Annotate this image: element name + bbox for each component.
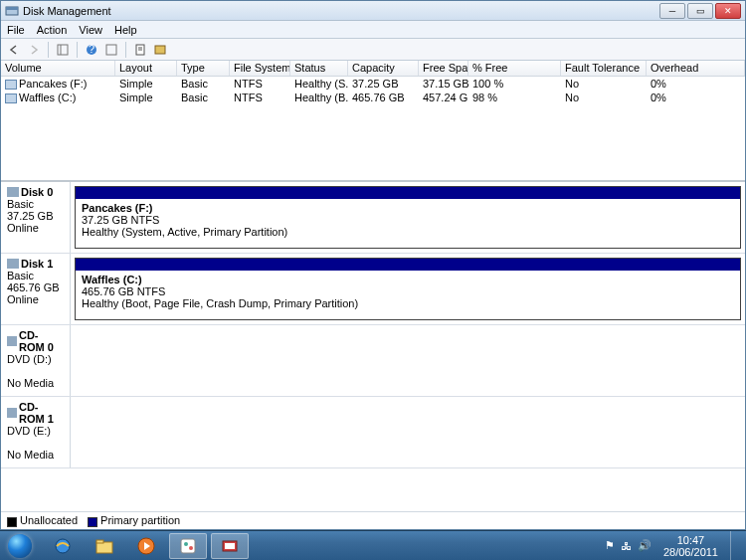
tray-flag-icon[interactable]: ⚑ <box>605 539 615 552</box>
swatch-primary <box>88 517 97 527</box>
volume-name: Waffles (C:) <box>19 92 76 103</box>
volume-list: Volume Layout Type File System Status Ca… <box>1 61 745 182</box>
taskbar-wmp[interactable] <box>127 533 165 559</box>
menu-help[interactable]: Help <box>114 24 137 36</box>
partition-stripe <box>76 259 740 271</box>
volume-row[interactable]: Waffles (C:) Simple Basic NTFS Healthy (… <box>1 91 745 104</box>
toolbar: ? <box>1 39 745 61</box>
system-tray: ⚑ 🖧 🔊 10:47 28/06/2011 <box>599 531 746 561</box>
col-status[interactable]: Status <box>290 61 348 76</box>
optical-icon <box>7 408 17 418</box>
partition-body: Waffles (C:) 465.76 GB NTFS Healthy (Boo… <box>76 271 740 319</box>
disk-row-cdrom0[interactable]: CD-ROM 0 DVD (D:) No Media <box>1 325 745 397</box>
taskbar-paint[interactable] <box>169 533 207 559</box>
partition-area: Pancakes (F:) 37.25 GB NTFS Healthy (Sys… <box>71 182 745 253</box>
legend: Unallocated Primary partition <box>1 511 745 529</box>
taskbar-diskmgmt[interactable] <box>211 533 249 559</box>
settings-button[interactable] <box>151 41 169 59</box>
no-media-area <box>71 325 745 396</box>
partition-name: Pancakes (F:) <box>82 202 734 214</box>
separator <box>48 42 49 58</box>
col-filesystem[interactable]: File System <box>230 61 290 76</box>
taskbar-explorer[interactable] <box>86 533 123 559</box>
menu-action[interactable]: Action <box>37 24 68 36</box>
disk-icon <box>7 187 19 197</box>
partition-health: Healthy (System, Active, Primary Partiti… <box>82 226 734 238</box>
partition-health: Healthy (Boot, Page File, Crash Dump, Pr… <box>82 297 734 309</box>
svg-rect-16 <box>181 539 195 553</box>
volume-row[interactable]: Pancakes (F:) Simple Basic NTFS Healthy … <box>1 77 745 91</box>
taskbar-ie[interactable] <box>44 533 82 559</box>
volume-list-header: Volume Layout Type File System Status Ca… <box>1 61 745 77</box>
titlebar[interactable]: Disk Management ─ ▭ ✕ <box>1 1 745 21</box>
show-desktop-button[interactable] <box>730 531 740 561</box>
svg-text:?: ? <box>89 44 94 55</box>
disk-meta: Disk 1 Basic 465.76 GB Online <box>1 254 71 324</box>
disk-row-disk1[interactable]: Disk 1 Basic 465.76 GB Online Waffles (C… <box>1 254 745 325</box>
svg-rect-13 <box>96 540 103 543</box>
svg-point-18 <box>189 546 193 550</box>
partition-sub: 37.25 GB NTFS <box>82 214 734 226</box>
svg-rect-6 <box>106 45 116 55</box>
help-button[interactable]: ? <box>83 41 100 59</box>
col-freespace[interactable]: Free Spa... <box>419 61 468 76</box>
clock-time: 10:47 <box>663 534 718 546</box>
disk-icon <box>7 259 19 269</box>
legend-primary: Primary partition <box>88 514 180 526</box>
forward-button[interactable] <box>25 41 43 59</box>
maximize-button[interactable]: ▭ <box>687 3 713 19</box>
col-volume[interactable]: Volume <box>1 61 115 76</box>
partition-name: Waffles (C:) <box>82 274 734 285</box>
partition-body: Pancakes (F:) 37.25 GB NTFS Healthy (Sys… <box>76 199 740 248</box>
svg-point-17 <box>184 542 188 546</box>
col-type[interactable]: Type <box>177 61 230 76</box>
start-button[interactable] <box>0 531 40 561</box>
partition-area: Waffles (C:) 465.76 GB NTFS Healthy (Boo… <box>71 254 745 324</box>
col-capacity[interactable]: Capacity <box>348 61 419 76</box>
window-title: Disk Management <box>23 5 659 17</box>
svg-rect-10 <box>155 46 165 54</box>
back-button[interactable] <box>5 41 23 59</box>
swatch-unallocated <box>7 517 17 527</box>
optical-icon <box>7 336 17 346</box>
disk-row-disk0[interactable]: Disk 0 Basic 37.25 GB Online Pancakes (F… <box>1 182 745 254</box>
graphical-view: Disk 0 Basic 37.25 GB Online Pancakes (F… <box>1 182 745 511</box>
separator <box>125 42 126 58</box>
partition-box[interactable]: Waffles (C:) 465.76 GB NTFS Healthy (Boo… <box>75 258 741 320</box>
tray-volume-icon[interactable]: 🔊 <box>638 539 652 552</box>
refresh-button[interactable] <box>102 41 120 59</box>
volume-icon <box>5 93 17 103</box>
no-media-area <box>71 397 745 467</box>
svg-rect-12 <box>96 542 112 553</box>
pinned-apps <box>40 533 253 559</box>
col-fault-tolerance[interactable]: Fault Tolerance <box>561 61 647 76</box>
show-hide-tree-button[interactable] <box>54 41 72 59</box>
svg-rect-1 <box>6 7 18 10</box>
volume-icon <box>5 80 17 90</box>
disk-meta: Disk 0 Basic 37.25 GB Online <box>1 182 71 253</box>
svg-rect-20 <box>225 543 235 549</box>
clock[interactable]: 10:47 28/06/2011 <box>657 534 724 558</box>
partition-stripe <box>76 187 740 199</box>
partition-sub: 465.76 GB NTFS <box>82 285 734 297</box>
menu-view[interactable]: View <box>79 24 102 36</box>
start-orb-icon <box>8 534 32 558</box>
col-layout[interactable]: Layout <box>115 61 177 76</box>
separator <box>77 42 78 58</box>
partition-box[interactable]: Pancakes (F:) 37.25 GB NTFS Healthy (Sys… <box>75 186 741 249</box>
col-percent-free[interactable]: % Free <box>468 61 561 76</box>
svg-rect-2 <box>58 45 68 55</box>
close-button[interactable]: ✕ <box>715 3 741 19</box>
menu-file[interactable]: File <box>7 24 25 36</box>
disk-meta: CD-ROM 1 DVD (E:) No Media <box>1 397 71 467</box>
minimize-button[interactable]: ─ <box>659 3 685 19</box>
disk-row-cdrom1[interactable]: CD-ROM 1 DVD (E:) No Media <box>1 397 745 468</box>
menubar: File Action View Help <box>1 21 745 39</box>
taskbar: ⚑ 🖧 🔊 10:47 28/06/2011 <box>0 530 746 560</box>
volume-name: Pancakes (F:) <box>19 78 87 90</box>
legend-unallocated: Unallocated <box>7 514 78 526</box>
properties-button[interactable] <box>131 41 149 59</box>
tray-network-icon[interactable]: 🖧 <box>621 540 632 552</box>
disk-management-window: Disk Management ─ ▭ ✕ File Action View H… <box>0 0 746 530</box>
col-overhead[interactable]: Overhead <box>647 61 745 76</box>
